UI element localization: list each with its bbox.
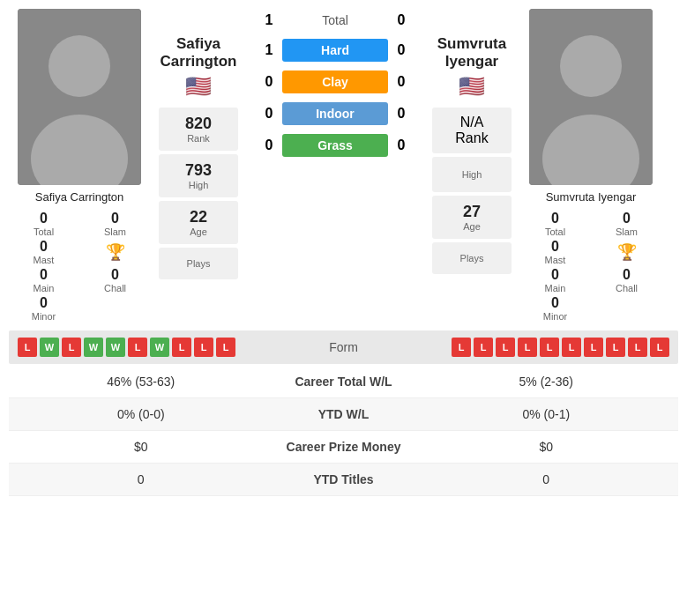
player2-plays-box: Plays	[432, 242, 512, 274]
player1-total: 0 Total	[9, 211, 78, 237]
career-stats-container: 46% (53-63) Career Total W/L 5% (2-36) 0…	[9, 366, 678, 496]
player2-slam: 0 Slam	[592, 211, 661, 237]
career-stat-p1-3: 0	[18, 472, 265, 486]
form-section: LWLWWLWLLL Form LLLLLLLLLL	[9, 330, 678, 364]
player2-avatar	[529, 9, 653, 185]
player2-total: 0 Total	[520, 211, 590, 237]
svg-point-1	[49, 35, 110, 97]
grass-row: 0 Grass 0	[247, 132, 423, 159]
player1-slam: 0 Slam	[80, 211, 150, 237]
indoor-row: 0 Indoor 0	[247, 100, 423, 127]
form-badge-p1-5: L	[128, 338, 147, 357]
trophy-icon-p2: 🏆	[617, 242, 637, 262]
surface-results: 1 Total 0 1 Hard 0 0 Clay 0 0 Indoor 0	[247, 9, 423, 322]
player1-avatar	[18, 9, 141, 185]
player1-age-box: 22 Age	[159, 201, 238, 244]
total-label: Total	[282, 13, 388, 27]
career-stat-label-1: YTD W/L	[265, 407, 423, 421]
player2-age-box: 27 Age	[432, 196, 512, 239]
player2-flag: 🇺🇸	[432, 74, 512, 99]
form-badge-p1-3: W	[84, 338, 103, 357]
grass-p2: 0	[388, 137, 414, 153]
form-badge-p1-2: L	[62, 338, 81, 357]
form-badge-p1-1: W	[40, 338, 59, 357]
form-badge-p2-6: L	[584, 338, 603, 357]
indoor-p1: 0	[256, 106, 282, 122]
career-stat-p1-2: $0	[18, 440, 265, 454]
form-badge-p1-6: W	[150, 338, 169, 357]
player2-minor: 0 Minor	[520, 295, 590, 322]
career-stat-label-0: Career Total W/L	[265, 375, 423, 389]
form-badge-p2-9: L	[650, 338, 669, 357]
clay-row: 0 Clay 0	[247, 69, 423, 95]
career-stat-p1-1: 0% (0-0)	[18, 407, 265, 421]
main-area: Safiya Carrington 0 Total 0 Slam 0 Mast …	[9, 9, 678, 322]
form-badge-p2-8: L	[628, 338, 647, 357]
player2-middle-stats: SumvrutaIyengar 🇺🇸 N/A Rank High 27 Age …	[432, 35, 512, 322]
clay-button: Clay	[282, 71, 388, 93]
form-badge-p2-5: L	[562, 338, 581, 357]
svg-point-4	[560, 35, 622, 97]
player1-mast: 0 Mast	[9, 239, 78, 265]
player2-rank-box: N/A Rank	[432, 108, 512, 153]
player1-header-name: SafiyaCarrington	[159, 35, 238, 71]
career-stat-row-2: $0 Career Prize Money $0	[9, 431, 678, 464]
form-badge-p1-4: W	[106, 338, 125, 357]
total-row: 1 Total 0	[247, 9, 423, 32]
career-stat-row-1: 0% (0-0) YTD W/L 0% (0-1)	[9, 398, 678, 431]
form-badge-p1-7: L	[172, 338, 191, 357]
player2-mast: 0 Mast	[520, 239, 590, 265]
player2-main: 0 Main	[520, 267, 590, 293]
player1-card: Safiya Carrington 0 Total 0 Slam 0 Mast …	[9, 9, 150, 322]
hard-row: 1 Hard 0	[247, 37, 423, 63]
player2-trophy: 🏆	[592, 239, 661, 265]
form-badge-p1-8: L	[194, 338, 213, 357]
player1-chall: 0 Chall	[80, 267, 150, 293]
player2-name: Sumvruta Iyengar	[546, 190, 637, 204]
form-badge-p2-7: L	[606, 338, 625, 357]
form-p1-badges: LWLWWLWLLL	[18, 338, 291, 357]
trophy-icon-p1: 🏆	[106, 242, 125, 262]
form-p2-badges: LLLLLLLLLL	[397, 338, 670, 357]
player2-card: Sumvruta Iyengar 0 Total 0 Slam 0 Mast 🏆	[520, 9, 661, 322]
player1-main: 0 Main	[9, 267, 78, 293]
career-stat-p1-0: 46% (53-63)	[18, 375, 265, 389]
form-badge-p2-2: L	[496, 338, 515, 357]
grass-p1: 0	[256, 137, 282, 153]
form-badge-p2-3: L	[518, 338, 537, 357]
player1-rank-box: 820 Rank	[159, 108, 238, 151]
player2-chall: 0 Chall	[592, 267, 661, 293]
player1-trophy: 🏆	[80, 239, 150, 265]
form-badge-p1-0: L	[18, 338, 37, 357]
total-p2: 0	[388, 12, 414, 28]
form-badge-p1-9: L	[216, 338, 235, 357]
player1-high-box: 793 High	[159, 154, 238, 197]
hard-button: Hard	[282, 39, 388, 62]
form-label: Form	[291, 340, 397, 354]
total-p1: 1	[256, 12, 282, 28]
form-badge-p2-1: L	[474, 338, 493, 357]
grass-button: Grass	[282, 134, 388, 157]
clay-p2: 0	[388, 74, 414, 90]
career-stat-p2-0: 5% (2-36)	[423, 375, 670, 389]
player1-minor: 0 Minor	[9, 295, 78, 322]
clay-p1: 0	[256, 74, 282, 90]
player1-flag: 🇺🇸	[159, 74, 238, 99]
career-stat-row-0: 46% (53-63) Career Total W/L 5% (2-36)	[9, 366, 678, 398]
player1-plays-box: Plays	[159, 248, 238, 279]
indoor-p2: 0	[388, 106, 414, 122]
player1-stats: 0 Total 0 Slam 0 Mast 🏆 0 Main	[9, 211, 150, 322]
player1-middle-stats: SafiyaCarrington 🇺🇸 820 Rank 793 High 22…	[159, 35, 238, 322]
page-container: Safiya Carrington 0 Total 0 Slam 0 Mast …	[0, 0, 687, 505]
player2-header-name: SumvrutaIyengar	[432, 35, 512, 71]
indoor-button: Indoor	[282, 102, 388, 125]
player2-high-box: High	[432, 157, 512, 192]
player2-stats: 0 Total 0 Slam 0 Mast 🏆 0 Main	[520, 211, 661, 322]
career-stat-row-3: 0 YTD Titles 0	[9, 464, 678, 496]
hard-p2: 0	[388, 42, 414, 58]
career-stat-label-3: YTD Titles	[265, 472, 423, 486]
career-stat-label-2: Career Prize Money	[265, 440, 423, 454]
hard-p1: 1	[256, 42, 282, 58]
career-stat-p2-2: $0	[423, 440, 670, 454]
career-stat-p2-3: 0	[423, 472, 670, 486]
